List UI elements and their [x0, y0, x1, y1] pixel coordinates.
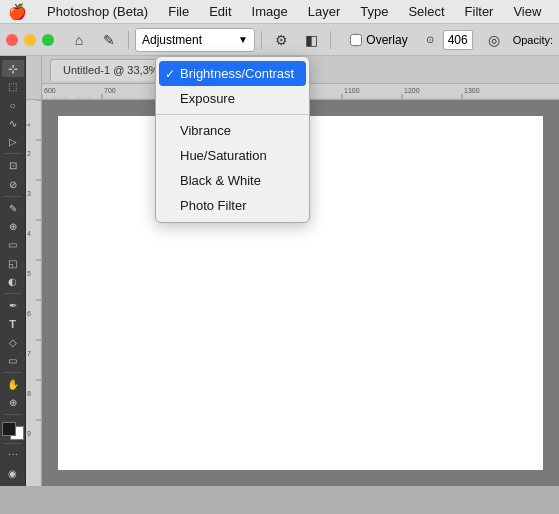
opacity-icon[interactable]: ⊙ [420, 30, 440, 50]
checkmark-icon: ✓ [165, 67, 175, 81]
maximize-button[interactable] [42, 34, 54, 46]
tool-extras[interactable]: ⋯ [2, 446, 24, 463]
overlay-group: Overlay [350, 33, 407, 47]
tool-marquee-rect[interactable]: ⬚ [2, 78, 24, 95]
toolbar-divider-1 [128, 31, 129, 49]
foreground-color[interactable] [2, 422, 16, 436]
svg-text:3: 3 [27, 190, 31, 197]
tool-dodge[interactable]: ◐ [2, 273, 24, 290]
tool-divider-4 [4, 372, 22, 373]
minimize-button[interactable] [24, 34, 36, 46]
tool-hand[interactable]: ✋ [2, 376, 24, 393]
menu-item-label: Vibrance [180, 123, 231, 138]
left-toolbar: ⊹ ⬚ ○ ∿ ▷ ⊡ ⊘ ✎ ⊕ ▭ ◱ ◐ ✒ T ◇ ▭ ✋ ⊕ ⋯ ◉ [0, 56, 26, 486]
menu-item-label: Hue/Saturation [180, 148, 267, 163]
mask-button[interactable]: ◧ [298, 28, 324, 52]
menu-item-black-white[interactable]: Black & White [156, 168, 309, 193]
tool-divider-6 [4, 443, 22, 444]
color-swatches[interactable] [2, 422, 24, 439]
menu-view[interactable]: View [505, 2, 549, 21]
tool-zoom[interactable]: ⊕ [2, 394, 24, 411]
adjustment-label: Adjustment [142, 33, 202, 47]
menu-item-photo-filter[interactable]: Photo Filter [156, 193, 309, 218]
svg-text:600: 600 [44, 87, 56, 94]
svg-text:9: 9 [27, 430, 31, 437]
menu-file[interactable]: File [160, 2, 197, 21]
adjustment-dropdown-menu: ✓ Brightness/Contrast Exposure Vibrance … [155, 56, 310, 223]
opacity-label: Opacity: [513, 34, 553, 46]
toolbar: ⌂ ✎ Adjustment ▼ ⚙ ◧ Overlay ⊙ ◎ Opacity… [0, 24, 559, 56]
tool-pen[interactable]: ✒ [2, 297, 24, 314]
tool-select[interactable]: ▷ [2, 133, 24, 150]
menu-photoshop[interactable]: Photoshop (Beta) [39, 2, 156, 21]
adjustment-dropdown[interactable]: Adjustment ▼ [135, 28, 255, 52]
ruler-corner [26, 56, 42, 100]
tool-divider-5 [4, 414, 22, 415]
menu-item-vibrance[interactable]: Vibrance [156, 118, 309, 143]
tool-crop[interactable]: ⊡ [2, 157, 24, 174]
tool-lasso[interactable]: ∿ [2, 115, 24, 132]
tool-path[interactable]: ◇ [2, 334, 24, 351]
tool-eyedropper[interactable]: ⊘ [2, 176, 24, 193]
opacity-group: ⊙ [420, 30, 473, 50]
tool-type[interactable]: T [2, 315, 24, 332]
menu-layer[interactable]: Layer [300, 2, 349, 21]
menu-item-label: Black & White [180, 173, 261, 188]
svg-text:5: 5 [27, 270, 31, 277]
tool-move[interactable]: ⊹ [2, 60, 24, 77]
svg-text:1300: 1300 [464, 87, 480, 94]
svg-text:1200: 1200 [404, 87, 420, 94]
svg-text:1100: 1100 [344, 87, 360, 94]
home-button[interactable]: ⌂ [66, 28, 92, 52]
svg-text:700: 700 [104, 87, 116, 94]
menu-item-brightness-contrast[interactable]: ✓ Brightness/Contrast [159, 61, 306, 86]
menu-bar: 🍎 Photoshop (Beta) File Edit Image Layer… [0, 0, 559, 24]
menu-edit[interactable]: Edit [201, 2, 239, 21]
svg-text:6: 6 [27, 310, 31, 317]
menu-item-label: Brightness/Contrast [180, 66, 294, 81]
ruler-vertical: 1 2 3 4 5 6 7 8 9 [26, 100, 42, 486]
opacity-input[interactable] [443, 30, 473, 50]
svg-text:8: 8 [27, 390, 31, 397]
menu-item-hue-saturation[interactable]: Hue/Saturation [156, 143, 309, 168]
chevron-down-icon: ▼ [238, 34, 248, 45]
svg-text:1: 1 [26, 123, 31, 127]
svg-text:4: 4 [27, 230, 31, 237]
overlay-checkbox[interactable] [350, 34, 362, 46]
tool-marquee-ellipse[interactable]: ○ [2, 97, 24, 114]
brush-tool-button[interactable]: ✎ [96, 28, 122, 52]
tool-gradient[interactable]: ◱ [2, 255, 24, 272]
tool-stamp[interactable]: ⊕ [2, 218, 24, 235]
svg-text:2: 2 [27, 150, 31, 157]
opacity-settings-button[interactable]: ◎ [481, 28, 507, 52]
toolbar-divider-2 [261, 31, 262, 49]
window-controls [6, 34, 54, 46]
tool-divider-3 [4, 293, 22, 294]
menu-filter[interactable]: Filter [457, 2, 502, 21]
menu-separator-1 [156, 114, 309, 115]
tool-divider-2 [4, 196, 22, 197]
menu-image[interactable]: Image [244, 2, 296, 21]
tool-eraser[interactable]: ▭ [2, 236, 24, 253]
tool-brush[interactable]: ✎ [2, 200, 24, 217]
menu-type[interactable]: Type [352, 2, 396, 21]
menu-item-label: Exposure [180, 91, 235, 106]
overlay-label: Overlay [366, 33, 407, 47]
menu-item-exposure[interactable]: Exposure [156, 86, 309, 111]
brush-settings-button[interactable]: ⚙ [268, 28, 294, 52]
svg-text:7: 7 [27, 350, 31, 357]
tool-3d[interactable]: ◉ [2, 465, 24, 482]
close-button[interactable] [6, 34, 18, 46]
menu-item-label: Photo Filter [180, 198, 246, 213]
tool-divider-1 [4, 153, 22, 154]
tool-shape[interactable]: ▭ [2, 352, 24, 369]
toolbar-divider-3 [330, 31, 331, 49]
apple-menu-icon[interactable]: 🍎 [8, 3, 27, 21]
menu-select[interactable]: Select [400, 2, 452, 21]
